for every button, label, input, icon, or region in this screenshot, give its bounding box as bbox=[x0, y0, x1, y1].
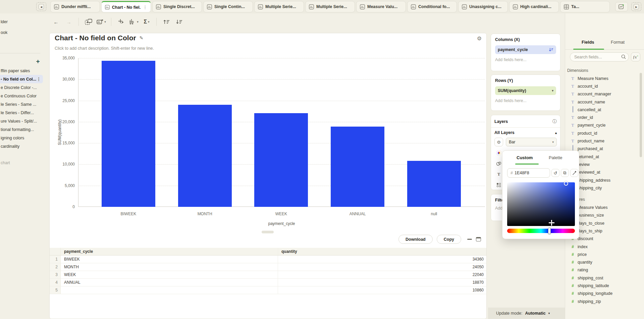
workbook-tab[interactable]: Measure Valu... bbox=[356, 1, 406, 12]
tab-custom[interactable]: Custom bbox=[517, 155, 533, 160]
expand-right-panel-button[interactable]: ▸ bbox=[631, 2, 641, 11]
bar-MONTH[interactable] bbox=[178, 105, 232, 207]
add-element-button[interactable] bbox=[84, 17, 94, 27]
sidebar-page-item[interactable]: fflin paper sales bbox=[0, 66, 46, 75]
tab-menu-icon[interactable]: ⋮ bbox=[143, 5, 147, 10]
sidebar-page-item[interactable]: le Series - Same ... bbox=[0, 100, 46, 108]
tab-fields[interactable]: Fields bbox=[582, 40, 594, 45]
sidebar-item-workbook[interactable]: ook bbox=[1, 30, 7, 36]
table-row[interactable]: 3WEEK22040 bbox=[50, 271, 486, 279]
field-pill-sum-quantity[interactable]: SUM(quantity) ▾ bbox=[495, 86, 556, 95]
hue-slider[interactable] bbox=[507, 229, 575, 233]
maximize-icon[interactable] bbox=[476, 237, 481, 241]
field-item-product-id[interactable]: Tproduct_id bbox=[567, 129, 639, 137]
bar-width-button[interactable]: ▾ bbox=[129, 17, 139, 27]
bar-BIWEEK[interactable] bbox=[102, 61, 155, 207]
search-fields-input[interactable] bbox=[570, 52, 629, 61]
field-item-quantity[interactable]: #quantity bbox=[567, 259, 639, 266]
cell-payment-cycle[interactable]: WEEK bbox=[61, 271, 278, 278]
fields-scrollbar-thumb[interactable] bbox=[640, 73, 642, 157]
cell-quantity[interactable]: 34360 bbox=[278, 256, 486, 263]
field-item-measure-names[interactable]: TMeasure Names bbox=[567, 75, 639, 82]
column-header-quantity[interactable]: quantity bbox=[278, 248, 486, 255]
bar-null[interactable] bbox=[407, 161, 461, 207]
chart-settings-gear-icon[interactable]: ⚙ bbox=[477, 35, 482, 42]
cell-payment-cycle[interactable]: ANNUAL bbox=[61, 279, 278, 286]
clear-chart-button[interactable]: ▾ bbox=[96, 17, 106, 27]
sidebar-page-item[interactable]: le Series - Differ... bbox=[0, 108, 46, 117]
hex-color-input[interactable] bbox=[515, 171, 541, 175]
hue-slider-handle[interactable] bbox=[548, 228, 551, 234]
workbook-tab[interactable]: Ta... bbox=[560, 1, 610, 12]
table-row[interactable]: 4ANNUAL18870 bbox=[50, 279, 486, 286]
column-header-payment-cycle[interactable]: payment_cycle bbox=[61, 248, 278, 255]
table-row[interactable]: 1BIWEEK34360 bbox=[50, 256, 486, 263]
cell-quantity[interactable]: 24050 bbox=[278, 263, 486, 271]
sidebar-page-item[interactable]: igning colors bbox=[0, 134, 46, 142]
minimize-icon[interactable] bbox=[467, 239, 472, 240]
sidebar-item-folder[interactable]: lder bbox=[1, 19, 8, 25]
workbook-tab[interactable]: Unassigning c... bbox=[458, 1, 508, 12]
field-item-shipping-cost[interactable]: #shipping_cost bbox=[567, 274, 639, 282]
copy-button[interactable]: Copy bbox=[437, 235, 461, 244]
add-fields-placeholder[interactable]: Add fields here... bbox=[495, 98, 556, 103]
workbook-tab[interactable]: Conditional fo... bbox=[407, 1, 457, 12]
add-formula-button[interactable]: ƒx+ bbox=[631, 52, 640, 61]
table-row[interactable]: 510860 bbox=[50, 286, 486, 294]
chart-zoom-scrollbar[interactable] bbox=[262, 231, 274, 233]
field-item-cancelled-at[interactable]: cancelled_at bbox=[567, 106, 639, 113]
field-item-product-name[interactable]: Tproduct_name bbox=[567, 137, 639, 145]
mark-type-select[interactable]: Bar ▾ bbox=[506, 138, 557, 146]
edit-title-pencil-icon[interactable]: ✎ bbox=[140, 35, 144, 41]
tab-format[interactable]: Format bbox=[611, 40, 625, 45]
cell-quantity[interactable]: 22040 bbox=[278, 271, 486, 278]
field-item-shipping-latitude[interactable]: #shipping_latitude bbox=[567, 282, 639, 289]
field-item-account-id[interactable]: Taccount_id bbox=[567, 82, 639, 90]
new-chart-tab-button[interactable] bbox=[615, 2, 628, 11]
workbook-tab[interactable]: Single Discret... bbox=[152, 1, 202, 12]
cell-quantity[interactable]: 18870 bbox=[278, 279, 486, 286]
sidebar-page-item[interactable]: ure Values - Split/... bbox=[0, 117, 46, 125]
copy-color-button[interactable]: ⧉ bbox=[561, 169, 569, 177]
sidebar-page-item[interactable]: tional formatting... bbox=[0, 125, 46, 134]
collapse-caret-icon[interactable]: ▴ bbox=[555, 131, 557, 135]
page-menu-icon[interactable]: ⋮ bbox=[37, 77, 41, 82]
layer-settings-gear-icon[interactable]: ⚙ bbox=[494, 138, 503, 146]
redo-forward-button[interactable]: → bbox=[64, 17, 74, 27]
field-pill-payment-cycle[interactable]: payment_cycle bbox=[495, 45, 556, 54]
sidebar-page-item[interactable]: cardinality bbox=[0, 142, 46, 150]
add-fields-placeholder[interactable]: Add fields here... bbox=[495, 57, 556, 62]
tab-palette[interactable]: Palette bbox=[549, 155, 562, 160]
field-item-shipping-longitude[interactable]: #shipping_longitude bbox=[567, 290, 639, 298]
field-item-account-name[interactable]: Taccount_name bbox=[567, 98, 639, 106]
update-mode-value[interactable]: Automatic bbox=[525, 311, 546, 316]
sidebar-page-item[interactable]: e Discrete Color -... bbox=[0, 83, 46, 92]
workbook-tab[interactable]: Dunder miffli... bbox=[50, 1, 100, 12]
aggregate-button[interactable]: Σ ▾ bbox=[142, 17, 152, 27]
color-selector-dot[interactable] bbox=[564, 181, 568, 186]
add-page-button[interactable]: + bbox=[34, 58, 42, 65]
field-item-rating[interactable]: #rating bbox=[567, 266, 639, 274]
eyedropper-button[interactable] bbox=[570, 169, 578, 177]
cell-quantity[interactable]: 10860 bbox=[278, 286, 486, 294]
workbook-tab[interactable]: Multiple Serie... bbox=[305, 1, 355, 12]
cell-payment-cycle[interactable]: MONTH bbox=[61, 263, 278, 271]
field-item-shipping-zip[interactable]: #shipping_zip bbox=[567, 298, 639, 305]
workbook-tab[interactable]: Multiple Serie... bbox=[254, 1, 304, 12]
field-item-order-id[interactable]: Torder_id bbox=[567, 113, 639, 121]
chart-title[interactable]: Chart - No field on Color bbox=[55, 34, 136, 42]
field-item-price[interactable]: #price bbox=[567, 250, 639, 258]
download-button[interactable]: Download bbox=[398, 235, 433, 244]
sort-ascending-button[interactable] bbox=[161, 17, 171, 27]
collapse-left-panel-button[interactable]: ◂ bbox=[36, 2, 46, 11]
sidebar-page-item[interactable]: - No field on Col...⋮ bbox=[0, 75, 43, 83]
field-item-index[interactable]: #index bbox=[567, 243, 639, 250]
workbook-tab[interactable]: High cardinali... bbox=[509, 1, 559, 12]
swap-axes-button[interactable] bbox=[116, 17, 126, 27]
info-icon[interactable]: ⓘ bbox=[552, 119, 557, 125]
saturation-value-gradient[interactable] bbox=[507, 182, 575, 226]
sidebar-page-item[interactable]: e Continuous Color bbox=[0, 92, 46, 100]
workbook-tab[interactable]: Single Contin... bbox=[203, 1, 253, 12]
reset-color-button[interactable]: ↺ bbox=[551, 169, 559, 177]
field-item-payment-cycle[interactable]: Tpayment_cycle bbox=[567, 122, 639, 129]
